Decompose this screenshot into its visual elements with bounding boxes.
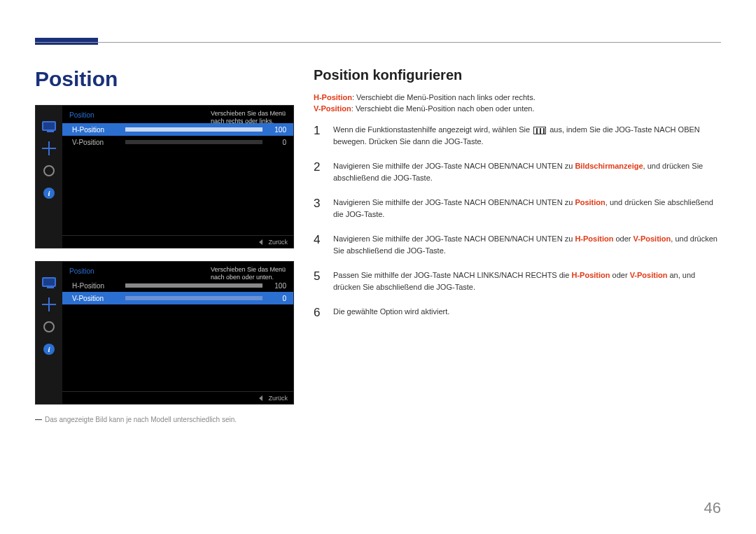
right-column: Position konfigurieren H-Position: Versc…: [314, 67, 720, 333]
osd-row-label: H-Position: [72, 282, 121, 290]
monitor-icon: [41, 276, 57, 288]
monitor-icon: [41, 120, 57, 132]
osd-hint-text: Verschieben Sie das Menü nach rechts ode…: [211, 110, 289, 125]
step-text: Navigieren Sie mithilfe der JOG-Taste NA…: [333, 197, 720, 220]
osd-row-hposition: H-Position 100: [62, 279, 293, 292]
osd-back-label: Zurück: [268, 239, 288, 246]
desc-v-label: V-Position: [314, 104, 351, 113]
section-title: Position: [35, 67, 294, 91]
disclaimer-note: ―Das angezeigte Bild kann je nach Modell…: [35, 416, 294, 423]
left-column: Position i Position H-Position 100 V-Pos…: [35, 67, 294, 423]
step-number: 6: [314, 306, 323, 320]
osd-row-bar: [125, 296, 262, 300]
desc-hposition: H-Position: Verschiebt die Menü-Position…: [314, 93, 720, 101]
step-5: 5 Passen Sie mithilfe der JOG-Taste NACH…: [314, 269, 720, 293]
osd-screenshot-hposition: i Position H-Position 100 V-Position 0 V…: [35, 105, 294, 248]
step-number: 4: [314, 233, 323, 257]
back-arrow-icon: [259, 395, 262, 401]
osd-hint-text: Verschieben Sie das Menü nach oben oder …: [211, 266, 289, 281]
gear-icon: [41, 321, 57, 333]
osd-row-value: 0: [267, 139, 286, 146]
header-rule: [35, 42, 721, 43]
desc-vposition: V-Position: Verschiebt die Menü-Position…: [314, 104, 720, 113]
osd-row-label: V-Position: [72, 295, 121, 302]
osd-body: Position H-Position 100 V-Position 0 Ver…: [62, 262, 293, 404]
step-6: 6 Die gewählte Option wird aktiviert.: [314, 306, 720, 320]
step-1: 1 Wenn die Funktionstastenhilfe angezeig…: [314, 124, 720, 148]
back-arrow-icon: [259, 239, 262, 245]
osd-screenshot-vposition: i Position H-Position 100 V-Position 0 V…: [35, 261, 294, 405]
osd-footer: Zurück: [62, 391, 293, 404]
osd-row-value: 100: [267, 126, 286, 134]
gear-icon: [41, 164, 57, 177]
osd-row-label: H-Position: [72, 126, 121, 134]
osd-row-hposition: H-Position 100: [62, 123, 293, 136]
step-2: 2 Navigieren Sie mithilfe der JOG-Taste …: [314, 160, 720, 184]
info-icon: i: [41, 343, 57, 356]
desc-h-label: H-Position: [314, 93, 352, 101]
arrows-icon: [41, 142, 57, 155]
arrows-icon: [41, 298, 57, 311]
osd-row-label: V-Position: [72, 139, 121, 146]
step-text: Die gewählte Option wird aktiviert.: [333, 306, 449, 320]
step-text: Navigieren Sie mithilfe der JOG-Taste NA…: [333, 160, 720, 184]
sub-title: Position konfigurieren: [314, 67, 720, 83]
step-number: 2: [314, 160, 323, 184]
step-4: 4 Navigieren Sie mithilfe der JOG-Taste …: [314, 233, 720, 257]
osd-row-bar: [125, 140, 262, 144]
steps-list: 1 Wenn die Funktionstastenhilfe angezeig…: [314, 124, 720, 321]
osd-row-value: 0: [267, 295, 286, 302]
osd-row-bar: [125, 283, 262, 288]
step-number: 5: [314, 269, 323, 293]
step-3: 3 Navigieren Sie mithilfe der JOG-Taste …: [314, 197, 720, 220]
header-accent: [35, 38, 98, 45]
desc-v-text: : Verschiebt die Menü-Position nach oben…: [351, 104, 535, 113]
step-number: 3: [314, 197, 323, 220]
osd-back-label: Zurück: [268, 395, 288, 402]
desc-h-text: : Verschiebt die Menü-Position nach link…: [352, 93, 536, 101]
osd-sidebar: i: [36, 106, 62, 248]
info-icon: i: [41, 187, 57, 199]
menu-icon: [533, 127, 546, 134]
page-number: 46: [704, 499, 721, 517]
step-number: 1: [314, 124, 323, 148]
osd-row-vposition: V-Position 0: [62, 136, 293, 148]
osd-sidebar: i: [36, 262, 62, 404]
osd-row-vposition: V-Position 0: [62, 292, 293, 304]
osd-row-bar: [125, 127, 262, 132]
step-text: Wenn die Funktionstastenhilfe angezeigt …: [333, 124, 720, 148]
disclaimer-text: Das angezeigte Bild kann je nach Modell …: [45, 416, 237, 423]
osd-footer: Zurück: [62, 235, 293, 248]
osd-body: Position H-Position 100 V-Position 0 Ver…: [62, 106, 293, 248]
osd-row-value: 100: [267, 282, 286, 290]
step-text: Navigieren Sie mithilfe der JOG-Taste NA…: [333, 233, 720, 257]
step-text: Passen Sie mithilfe der JOG-Taste NACH L…: [333, 269, 720, 293]
